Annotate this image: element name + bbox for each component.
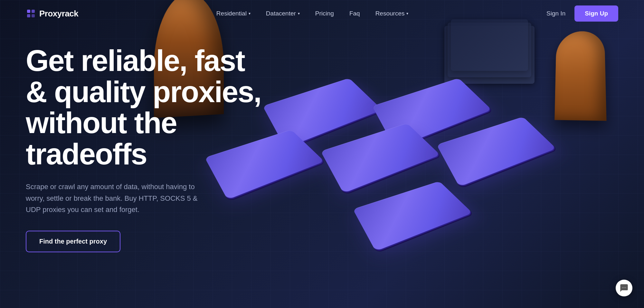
iso-card-5: [437, 117, 556, 187]
navbar: Proxyrack Residential ▾ Datacenter ▾ Pri…: [0, 0, 644, 27]
iso-card-4: [321, 123, 440, 193]
hero-content: Get reliable, fast & quality proxies, wi…: [26, 45, 261, 252]
nav-datacenter[interactable]: Datacenter ▾: [266, 10, 300, 17]
nav-residential[interactable]: Residential ▾: [216, 10, 251, 17]
chevron-down-icon: ▾: [406, 11, 408, 16]
logo[interactable]: Proxyrack: [26, 8, 78, 19]
svg-point-5: [623, 287, 625, 288]
iso-card-1: [263, 78, 383, 148]
nav-faq[interactable]: Faq: [349, 10, 360, 17]
nav-links: Residential ▾ Datacenter ▾ Pricing Faq R…: [216, 10, 409, 17]
iso-card-6: [353, 181, 473, 251]
svg-rect-1: [32, 10, 35, 13]
hero-subtitle: Scrape or crawl any amount of data, with…: [26, 181, 206, 215]
find-proxy-button[interactable]: Find the perfect proxy: [26, 231, 120, 252]
svg-rect-2: [27, 14, 30, 17]
dark-blocks-decoration: [444, 19, 541, 84]
chevron-down-icon: ▾: [298, 11, 300, 16]
orange-shape-right-decoration: [554, 29, 606, 121]
iso-card-2: [372, 78, 492, 148]
svg-rect-3: [32, 14, 35, 17]
signup-button[interactable]: Sign Up: [574, 5, 618, 22]
hero-title: Get reliable, fast & quality proxies, wi…: [26, 45, 261, 169]
nav-resources[interactable]: Resources ▾: [375, 10, 409, 17]
dark-block-front: [451, 19, 528, 71]
hero-section: Proxyrack Residential ▾ Datacenter ▾ Pri…: [0, 0, 644, 308]
svg-rect-0: [27, 10, 30, 13]
svg-point-4: [622, 287, 623, 288]
chat-icon: [620, 284, 629, 293]
nav-pricing[interactable]: Pricing: [315, 10, 334, 17]
chat-widget[interactable]: [616, 280, 632, 296]
signin-button[interactable]: Sign In: [546, 10, 565, 17]
svg-point-6: [625, 287, 626, 288]
logo-text: Proxyrack: [39, 9, 78, 19]
nav-auth: Sign In Sign Up: [546, 5, 618, 22]
logo-icon: [26, 8, 36, 19]
chevron-down-icon: ▾: [249, 11, 251, 16]
